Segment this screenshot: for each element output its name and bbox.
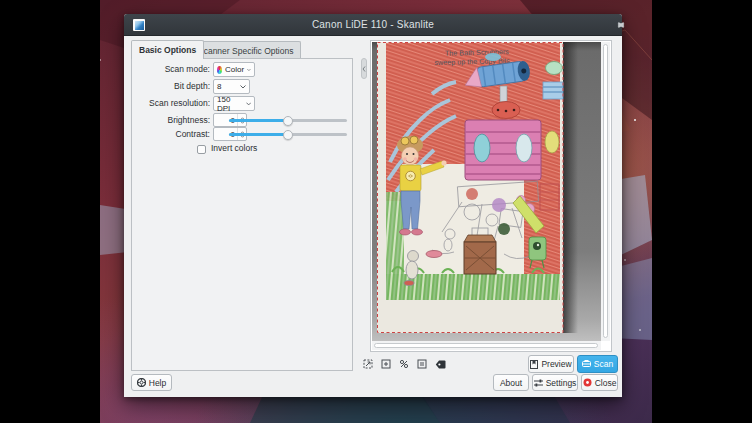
scan-mode-label: Scan mode:: [134, 62, 210, 77]
brown-crate: [464, 235, 496, 274]
scanner-icon: [582, 360, 591, 368]
scan-button-label: Scan: [594, 359, 613, 369]
preview-horizontal-scrollbar[interactable]: [372, 341, 601, 350]
help-button[interactable]: Help: [131, 374, 172, 391]
zoom-selection-icon[interactable]: [416, 358, 428, 370]
close-red-icon: [583, 378, 592, 387]
basic-options-pane: Scan mode: Color Bit depth: 8 Scan resol…: [131, 58, 353, 371]
preview-button[interactable]: Preview: [528, 355, 574, 373]
zoom-out-icon[interactable]: [398, 358, 410, 370]
brightness-label: Brightness:: [134, 113, 210, 127]
preview-button-label: Preview: [541, 359, 571, 369]
close-button-label: Close: [595, 378, 617, 388]
preview-vertical-scrollbar[interactable]: [601, 42, 610, 341]
invert-colors-label: Invert colors: [211, 143, 257, 153]
slider-fill: [229, 119, 288, 122]
tab-basic-options[interactable]: Basic Options: [131, 40, 204, 59]
configure-sliders-icon: [534, 379, 543, 387]
scan-resolution-label: Scan resolution:: [134, 96, 210, 111]
preview-canvas[interactable]: The Bath Scrubbers sweep up the Copy Bit…: [372, 42, 601, 341]
contrast-label: Contrast:: [134, 127, 210, 141]
help-button-label: Help: [149, 378, 166, 388]
bit-depth-combobox[interactable]: 8: [213, 79, 250, 94]
chevron-down-icon: [240, 85, 246, 89]
settings-button-label: Settings: [546, 378, 577, 388]
chevron-down-icon: [246, 102, 251, 106]
tag-icon[interactable]: [434, 358, 446, 370]
scan-resolution-value: 150 DPI: [217, 95, 243, 113]
slider-handle[interactable]: [283, 116, 293, 126]
help-lifering-icon: [137, 378, 146, 387]
about-button-label: About: [500, 378, 522, 388]
scan-resolution-combobox[interactable]: 150 DPI: [213, 96, 255, 111]
scanned-page: The Bath Scrubbers sweep up the Copy Bit…: [377, 42, 578, 333]
zoom-in-icon[interactable]: [380, 358, 392, 370]
document-preview-icon: [530, 360, 538, 369]
settings-button[interactable]: Settings: [532, 374, 578, 391]
invert-colors-checkbox[interactable]: [197, 145, 206, 154]
brightness-slider[interactable]: [229, 113, 347, 127]
chevron-down-icon: [247, 68, 251, 72]
about-button[interactable]: About: [493, 374, 529, 391]
titlebar[interactable]: Canon LiDE 110 - Skanlite: [124, 14, 622, 36]
tab-scanner-specific-options-label: Scanner Specific Options: [198, 46, 293, 56]
slider-fill: [229, 133, 288, 136]
zoom-fit-icon[interactable]: [362, 358, 374, 370]
bit-depth-label: Bit depth:: [134, 79, 210, 94]
color-wheel-icon: [217, 66, 222, 74]
scan-button[interactable]: Scan: [577, 355, 618, 373]
tab-scanner-specific-options[interactable]: Scanner Specific Options: [190, 41, 301, 59]
close-window-button[interactable]: [615, 19, 627, 31]
scan-mode-combobox[interactable]: Color: [213, 62, 255, 77]
collapse-left-icon: [362, 66, 366, 72]
slider-handle[interactable]: [283, 130, 293, 140]
scanned-drawing: The Bath Scrubbers sweep up the Copy Bit…: [372, 42, 601, 341]
close-button[interactable]: Close: [581, 374, 618, 391]
preview-frame: The Bath Scrubbers sweep up the Copy Bit…: [370, 40, 612, 352]
window-title: Canon LiDE 110 - Skanlite: [124, 19, 622, 30]
tab-basic-options-label: Basic Options: [139, 45, 196, 55]
splitter-handle[interactable]: [361, 58, 367, 79]
bit-depth-value: 8: [217, 82, 221, 91]
scan-mode-value: Color: [225, 65, 244, 74]
skanlite-window: Canon LiDE 110 - Skanlite Basic Options …: [124, 14, 622, 397]
contrast-slider[interactable]: [229, 127, 347, 141]
